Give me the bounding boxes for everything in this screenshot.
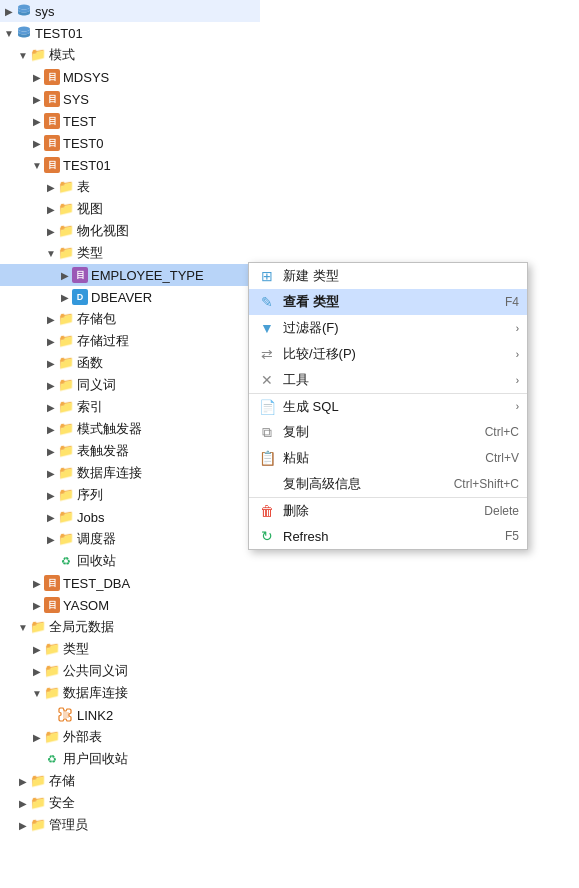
tree-label-mdsys: MDSYS — [63, 70, 109, 85]
tree-item-packages[interactable]: ▶📁存储包 — [0, 308, 260, 330]
tree-arrow-global-types[interactable]: ▶ — [30, 644, 44, 655]
menu-item-compare-migrate[interactable]: ⇄比较/迁移(P)› — [249, 341, 527, 367]
tree-arrow-functions[interactable]: ▶ — [44, 358, 58, 369]
menu-icon-new-type: ⊞ — [257, 266, 277, 286]
tree-arrow-global-dblinks[interactable]: ▼ — [30, 688, 44, 699]
tree-item-storage[interactable]: ▶📁存储 — [0, 770, 260, 792]
folder-icon: 📁 — [58, 531, 74, 547]
tree-item-admin[interactable]: ▶📁管理员 — [0, 814, 260, 836]
tree-item-yasom[interactable]: ▶目YASOM — [0, 594, 260, 616]
tree-item-table[interactable]: ▶📁表 — [0, 176, 260, 198]
tree-item-procedures[interactable]: ▶📁存储过程 — [0, 330, 260, 352]
tree-arrow-procedures[interactable]: ▶ — [44, 336, 58, 347]
tree-item-test[interactable]: ▶目TEST — [0, 110, 260, 132]
menu-item-tools[interactable]: ✕工具› — [249, 367, 527, 393]
tree-item-global-types[interactable]: ▶📁类型 — [0, 638, 260, 660]
tree-item-dblinks[interactable]: ▶📁数据库连接 — [0, 462, 260, 484]
db-icon — [16, 25, 32, 41]
tree-item-test01[interactable]: ▼目TEST01 — [0, 154, 260, 176]
tree-arrow-table[interactable]: ▶ — [44, 182, 58, 193]
tree-arrow-types[interactable]: ▼ — [44, 248, 58, 259]
tree-arrow-global-synonyms[interactable]: ▶ — [30, 666, 44, 677]
tree-arrow-sys[interactable]: ▶ — [2, 6, 16, 17]
tree-arrow-synonyms[interactable]: ▶ — [44, 380, 58, 391]
tree-arrow-dblinks[interactable]: ▶ — [44, 468, 58, 479]
menu-item-copy-advanced[interactable]: 复制高级信息Ctrl+Shift+C — [249, 471, 527, 497]
tree-label-admin: 管理员 — [49, 816, 88, 834]
menu-item-paste[interactable]: 📋粘贴Ctrl+V — [249, 445, 527, 471]
tree-item-security[interactable]: ▶📁安全 — [0, 792, 260, 814]
tree-arrow-jobs[interactable]: ▶ — [44, 512, 58, 523]
tree-arrow-yasom[interactable]: ▶ — [30, 600, 44, 611]
tree-arrow-modes[interactable]: ▼ — [16, 50, 30, 61]
tree-arrow-triggers[interactable]: ▶ — [44, 424, 58, 435]
tree-arrow-sequences[interactable]: ▶ — [44, 490, 58, 501]
menu-arrow-filter: › — [516, 323, 519, 334]
tree-label-global-dblinks: 数据库连接 — [63, 684, 128, 702]
tree-arrow-test01[interactable]: ▼ — [30, 160, 44, 171]
menu-item-gen-sql[interactable]: 📄生成 SQL› — [249, 393, 527, 419]
folder-icon: 📁 — [58, 179, 74, 195]
tree-item-table-triggers[interactable]: ▶📁表触发器 — [0, 440, 260, 462]
tree-arrow-dbeaver[interactable]: ▶ — [58, 292, 72, 303]
tree-item-functions[interactable]: ▶📁函数 — [0, 352, 260, 374]
tree-arrow-storage[interactable]: ▶ — [16, 776, 30, 787]
tree-arrow-mview[interactable]: ▶ — [44, 226, 58, 237]
tree-item-indexes[interactable]: ▶📁索引 — [0, 396, 260, 418]
tree-item-triggers[interactable]: ▶📁模式触发器 — [0, 418, 260, 440]
tree-arrow-view[interactable]: ▶ — [44, 204, 58, 215]
folder-icon: 📁 — [58, 223, 74, 239]
tree-arrow-external-tables[interactable]: ▶ — [30, 732, 44, 743]
tree-arrow-employee-type[interactable]: ▶ — [58, 270, 72, 281]
tree-item-global-synonyms[interactable]: ▶📁公共同义词 — [0, 660, 260, 682]
tree-item-mview[interactable]: ▶📁物化视图 — [0, 220, 260, 242]
recycle-icon: ♻ — [44, 751, 60, 767]
tree-arrow-mdsys[interactable]: ▶ — [30, 72, 44, 83]
tree-arrow-scheduler[interactable]: ▶ — [44, 534, 58, 545]
menu-item-filter[interactable]: ▼过滤器(F)› — [249, 315, 527, 341]
tree-item-mdsys[interactable]: ▶目MDSYS — [0, 66, 260, 88]
tree-label-types: 类型 — [77, 244, 103, 262]
tree-arrow-test[interactable]: ▶ — [30, 116, 44, 127]
tree-item-global-dblinks[interactable]: ▼📁数据库连接 — [0, 682, 260, 704]
menu-icon-view-type: ✎ — [257, 292, 277, 312]
menu-item-refresh[interactable]: ↻RefreshF5 — [249, 523, 527, 549]
tree-item-test01-root[interactable]: ▼TEST01 — [0, 22, 260, 44]
tree-arrow-security[interactable]: ▶ — [16, 798, 30, 809]
folder-icon: 📁 — [58, 465, 74, 481]
tree-item-view[interactable]: ▶📁视图 — [0, 198, 260, 220]
menu-item-copy[interactable]: ⧉复制Ctrl+C — [249, 419, 527, 445]
tree-item-user-recycle[interactable]: ♻用户回收站 — [0, 748, 260, 770]
tree-item-types[interactable]: ▼📁类型 — [0, 242, 260, 264]
tree-arrow-packages[interactable]: ▶ — [44, 314, 58, 325]
tree-item-synonyms[interactable]: ▶📁同义词 — [0, 374, 260, 396]
tree-item-test-dba[interactable]: ▶目TEST_DBA — [0, 572, 260, 594]
tree-item-modes[interactable]: ▼📁模式 — [0, 44, 260, 66]
menu-icon-filter: ▼ — [257, 318, 277, 338]
tree-arrow-test-dba[interactable]: ▶ — [30, 578, 44, 589]
tree-item-recycle[interactable]: ♻回收站 — [0, 550, 260, 572]
tree-item-sys[interactable]: ▶sys — [0, 0, 260, 22]
tree-item-jobs[interactable]: ▶📁Jobs — [0, 506, 260, 528]
tree-arrow-admin[interactable]: ▶ — [16, 820, 30, 831]
tree-arrow-sysschema[interactable]: ▶ — [30, 94, 44, 105]
menu-item-new-type[interactable]: ⊞新建 类型 — [249, 263, 527, 289]
tree-arrow-test0[interactable]: ▶ — [30, 138, 44, 149]
menu-item-view-type[interactable]: ✎查看 类型F4 — [249, 289, 527, 315]
menu-shortcut-copy-advanced: Ctrl+Shift+C — [454, 477, 519, 491]
tree-item-sysschema[interactable]: ▶目SYS — [0, 88, 260, 110]
menu-item-delete[interactable]: 🗑删除Delete — [249, 497, 527, 523]
tree-arrow-table-triggers[interactable]: ▶ — [44, 446, 58, 457]
tree-item-dbeaver[interactable]: ▶DDBEAVER — [0, 286, 260, 308]
tree-item-global-meta[interactable]: ▼📁全局元数据 — [0, 616, 260, 638]
tree-item-scheduler[interactable]: ▶📁调度器 — [0, 528, 260, 550]
tree-item-sequences[interactable]: ▶📁序列 — [0, 484, 260, 506]
tree-item-test0[interactable]: ▶目TEST0 — [0, 132, 260, 154]
tree-arrow-global-meta[interactable]: ▼ — [16, 622, 30, 633]
tree-arrow-indexes[interactable]: ▶ — [44, 402, 58, 413]
tree-arrow-test01-root[interactable]: ▼ — [2, 28, 16, 39]
tree-item-external-tables[interactable]: ▶📁外部表 — [0, 726, 260, 748]
tree-item-link2[interactable]: LINK2 — [0, 704, 260, 726]
tree-label-packages: 存储包 — [77, 310, 116, 328]
tree-item-employee-type[interactable]: ▶目EMPLOYEE_TYPE — [0, 264, 260, 286]
